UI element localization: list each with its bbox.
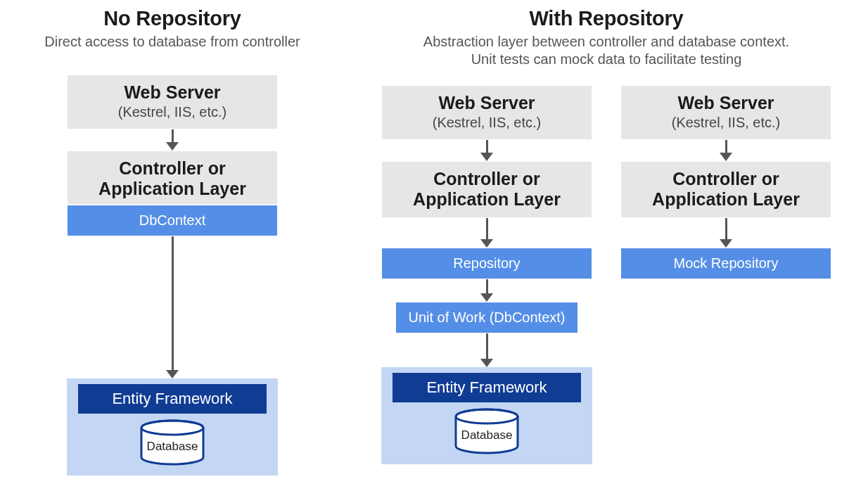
arrow-down-icon [480, 333, 493, 367]
controller-line2: Application Layer [627, 189, 825, 210]
arrow-down-icon [480, 279, 493, 302]
svg-marker-0 [166, 142, 179, 151]
box-controller: Controller or Application Layer [381, 161, 592, 219]
subtitle-line1: Abstraction layer between controller and… [423, 34, 789, 49]
controller-line2: Application Layer [73, 179, 272, 199]
box-web-server: Web Server (Kestrel, IIS, etc.) [620, 85, 831, 140]
box-dbcontext: DbContext [67, 205, 278, 236]
box-entity-framework: Entity Framework Database [67, 378, 278, 476]
box-mock-repository: Mock Repository [620, 248, 831, 279]
box-controller: Controller or Application Layer [67, 151, 278, 205]
web-server-title: Web Server [627, 93, 825, 113]
database-icon: Database [130, 419, 215, 467]
panel-subtitle: Direct access to database from controlle… [44, 33, 300, 51]
controller-line1: Controller or [627, 169, 825, 189]
arrow-down-icon [720, 218, 732, 248]
web-server-title: Web Server [73, 82, 272, 103]
panel-no-repository: No Repository Direct access to database … [0, 0, 345, 491]
web-server-subtitle: (Kestrel, IIS, etc.) [627, 115, 825, 131]
svg-marker-4 [480, 153, 493, 161]
arrow-down-icon [166, 236, 179, 378]
svg-marker-1 [166, 370, 179, 378]
arrow-down-icon [166, 129, 179, 151]
controller-line2: Application Layer [388, 189, 586, 210]
svg-marker-5 [480, 239, 493, 248]
box-entity-framework: Entity Framework Database [381, 367, 592, 464]
ef-label: Entity Framework [78, 384, 267, 414]
svg-marker-7 [480, 359, 493, 367]
web-server-title: Web Server [388, 93, 586, 113]
subtitle-line2: Unit tests can mock data to facilitate t… [471, 51, 742, 67]
panel-title: With Repository [529, 7, 683, 30]
panel-title: No Repository [103, 7, 241, 30]
web-server-subtitle: (Kestrel, IIS, etc.) [73, 104, 272, 120]
svg-marker-11 [720, 239, 732, 248]
database-label: Database [461, 428, 513, 442]
box-unit-of-work: Unit of Work (DbContext) [395, 302, 578, 333]
box-repository: Repository [381, 248, 592, 279]
column-with-repo: Web Server (Kestrel, IIS, etc.) Controll… [381, 85, 592, 464]
database-label: Database [147, 440, 198, 453]
web-server-subtitle: (Kestrel, IIS, etc.) [388, 115, 586, 131]
arrow-down-icon [720, 140, 732, 161]
box-web-server: Web Server (Kestrel, IIS, etc.) [67, 75, 278, 129]
panel-subtitle: Abstraction layer between controller and… [423, 33, 789, 68]
ef-label: Entity Framework [392, 373, 581, 402]
column-mock-repo: Web Server (Kestrel, IIS, etc.) Controll… [620, 85, 831, 464]
arrow-down-icon [480, 218, 493, 248]
database-icon: Database [445, 408, 529, 456]
controller-line1: Controller or [388, 169, 586, 189]
svg-marker-6 [480, 293, 493, 302]
box-controller: Controller or Application Layer [620, 161, 831, 219]
controller-line1: Controller or [73, 158, 272, 179]
panel-with-repository: With Repository Abstraction layer betwee… [345, 0, 868, 491]
arrow-down-icon [480, 140, 493, 161]
svg-marker-10 [720, 153, 732, 161]
column-no-repo: Web Server (Kestrel, IIS, etc.) Controll… [67, 75, 278, 476]
box-web-server: Web Server (Kestrel, IIS, etc.) [381, 85, 592, 140]
